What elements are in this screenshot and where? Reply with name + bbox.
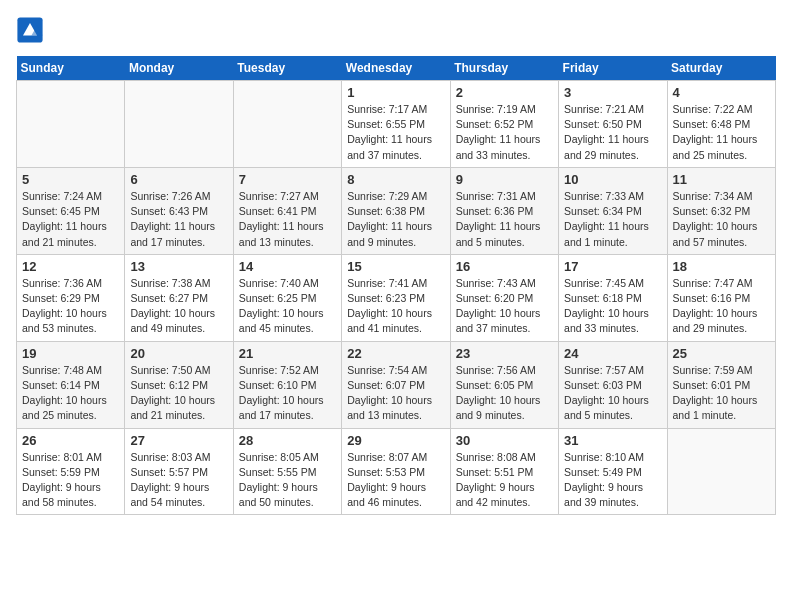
calendar-cell: 8 Sunrise: 7:29 AM Sunset: 6:38 PM Dayli… [342,167,450,254]
day-number: 25 [673,346,770,361]
day-number: 4 [673,85,770,100]
calendar-week-row: 19 Sunrise: 7:48 AM Sunset: 6:14 PM Dayl… [17,341,776,428]
calendar-cell: 22 Sunrise: 7:54 AM Sunset: 6:07 PM Dayl… [342,341,450,428]
calendar-cell: 28 Sunrise: 8:05 AM Sunset: 5:55 PM Dayl… [233,428,341,515]
day-info: Sunrise: 8:10 AM Sunset: 5:49 PM Dayligh… [564,450,661,511]
calendar-cell: 20 Sunrise: 7:50 AM Sunset: 6:12 PM Dayl… [125,341,233,428]
day-info: Sunrise: 8:07 AM Sunset: 5:53 PM Dayligh… [347,450,444,511]
calendar-cell [125,81,233,168]
calendar-cell: 15 Sunrise: 7:41 AM Sunset: 6:23 PM Dayl… [342,254,450,341]
day-header-saturday: Saturday [667,56,775,81]
calendar-cell: 12 Sunrise: 7:36 AM Sunset: 6:29 PM Dayl… [17,254,125,341]
day-info: Sunrise: 8:08 AM Sunset: 5:51 PM Dayligh… [456,450,553,511]
calendar-cell: 27 Sunrise: 8:03 AM Sunset: 5:57 PM Dayl… [125,428,233,515]
day-number: 26 [22,433,119,448]
day-info: Sunrise: 7:34 AM Sunset: 6:32 PM Dayligh… [673,189,770,250]
day-number: 27 [130,433,227,448]
day-number: 2 [456,85,553,100]
day-info: Sunrise: 7:17 AM Sunset: 6:55 PM Dayligh… [347,102,444,163]
day-number: 7 [239,172,336,187]
calendar-cell: 7 Sunrise: 7:27 AM Sunset: 6:41 PM Dayli… [233,167,341,254]
day-number: 29 [347,433,444,448]
day-info: Sunrise: 7:19 AM Sunset: 6:52 PM Dayligh… [456,102,553,163]
day-number: 19 [22,346,119,361]
day-info: Sunrise: 7:36 AM Sunset: 6:29 PM Dayligh… [22,276,119,337]
calendar-cell: 13 Sunrise: 7:38 AM Sunset: 6:27 PM Dayl… [125,254,233,341]
day-header-thursday: Thursday [450,56,558,81]
day-header-tuesday: Tuesday [233,56,341,81]
day-number: 22 [347,346,444,361]
calendar-week-row: 26 Sunrise: 8:01 AM Sunset: 5:59 PM Dayl… [17,428,776,515]
day-number: 15 [347,259,444,274]
day-info: Sunrise: 7:26 AM Sunset: 6:43 PM Dayligh… [130,189,227,250]
day-info: Sunrise: 7:24 AM Sunset: 6:45 PM Dayligh… [22,189,119,250]
calendar-cell: 2 Sunrise: 7:19 AM Sunset: 6:52 PM Dayli… [450,81,558,168]
calendar-cell: 25 Sunrise: 7:59 AM Sunset: 6:01 PM Dayl… [667,341,775,428]
day-number: 6 [130,172,227,187]
day-info: Sunrise: 7:50 AM Sunset: 6:12 PM Dayligh… [130,363,227,424]
day-number: 17 [564,259,661,274]
calendar-cell: 10 Sunrise: 7:33 AM Sunset: 6:34 PM Dayl… [559,167,667,254]
calendar-week-row: 5 Sunrise: 7:24 AM Sunset: 6:45 PM Dayli… [17,167,776,254]
calendar-cell: 17 Sunrise: 7:45 AM Sunset: 6:18 PM Dayl… [559,254,667,341]
calendar-cell: 31 Sunrise: 8:10 AM Sunset: 5:49 PM Dayl… [559,428,667,515]
logo [16,16,48,44]
day-info: Sunrise: 7:21 AM Sunset: 6:50 PM Dayligh… [564,102,661,163]
day-number: 11 [673,172,770,187]
day-info: Sunrise: 7:33 AM Sunset: 6:34 PM Dayligh… [564,189,661,250]
day-number: 31 [564,433,661,448]
day-info: Sunrise: 8:05 AM Sunset: 5:55 PM Dayligh… [239,450,336,511]
day-info: Sunrise: 7:59 AM Sunset: 6:01 PM Dayligh… [673,363,770,424]
day-number: 8 [347,172,444,187]
calendar-cell [233,81,341,168]
day-header-monday: Monday [125,56,233,81]
day-number: 28 [239,433,336,448]
day-info: Sunrise: 8:01 AM Sunset: 5:59 PM Dayligh… [22,450,119,511]
day-info: Sunrise: 7:54 AM Sunset: 6:07 PM Dayligh… [347,363,444,424]
day-number: 9 [456,172,553,187]
day-info: Sunrise: 7:57 AM Sunset: 6:03 PM Dayligh… [564,363,661,424]
day-info: Sunrise: 7:27 AM Sunset: 6:41 PM Dayligh… [239,189,336,250]
day-header-sunday: Sunday [17,56,125,81]
calendar-cell: 19 Sunrise: 7:48 AM Sunset: 6:14 PM Dayl… [17,341,125,428]
day-info: Sunrise: 7:52 AM Sunset: 6:10 PM Dayligh… [239,363,336,424]
day-number: 10 [564,172,661,187]
calendar-cell: 18 Sunrise: 7:47 AM Sunset: 6:16 PM Dayl… [667,254,775,341]
day-info: Sunrise: 7:47 AM Sunset: 6:16 PM Dayligh… [673,276,770,337]
day-info: Sunrise: 7:31 AM Sunset: 6:36 PM Dayligh… [456,189,553,250]
day-info: Sunrise: 8:03 AM Sunset: 5:57 PM Dayligh… [130,450,227,511]
calendar-cell: 9 Sunrise: 7:31 AM Sunset: 6:36 PM Dayli… [450,167,558,254]
day-number: 23 [456,346,553,361]
day-number: 21 [239,346,336,361]
calendar-cell: 3 Sunrise: 7:21 AM Sunset: 6:50 PM Dayli… [559,81,667,168]
day-info: Sunrise: 7:43 AM Sunset: 6:20 PM Dayligh… [456,276,553,337]
day-info: Sunrise: 7:22 AM Sunset: 6:48 PM Dayligh… [673,102,770,163]
day-info: Sunrise: 7:45 AM Sunset: 6:18 PM Dayligh… [564,276,661,337]
logo-icon [16,16,44,44]
calendar-cell [667,428,775,515]
day-header-wednesday: Wednesday [342,56,450,81]
day-number: 13 [130,259,227,274]
calendar-cell: 5 Sunrise: 7:24 AM Sunset: 6:45 PM Dayli… [17,167,125,254]
calendar-cell: 1 Sunrise: 7:17 AM Sunset: 6:55 PM Dayli… [342,81,450,168]
calendar-cell: 6 Sunrise: 7:26 AM Sunset: 6:43 PM Dayli… [125,167,233,254]
day-number: 16 [456,259,553,274]
day-info: Sunrise: 7:40 AM Sunset: 6:25 PM Dayligh… [239,276,336,337]
calendar-cell: 14 Sunrise: 7:40 AM Sunset: 6:25 PM Dayl… [233,254,341,341]
page-header [16,16,776,44]
calendar-cell: 21 Sunrise: 7:52 AM Sunset: 6:10 PM Dayl… [233,341,341,428]
day-number: 12 [22,259,119,274]
calendar-week-row: 12 Sunrise: 7:36 AM Sunset: 6:29 PM Dayl… [17,254,776,341]
calendar-table: SundayMondayTuesdayWednesdayThursdayFrid… [16,56,776,515]
day-number: 3 [564,85,661,100]
calendar-cell: 29 Sunrise: 8:07 AM Sunset: 5:53 PM Dayl… [342,428,450,515]
calendar-cell: 4 Sunrise: 7:22 AM Sunset: 6:48 PM Dayli… [667,81,775,168]
day-info: Sunrise: 7:38 AM Sunset: 6:27 PM Dayligh… [130,276,227,337]
day-number: 5 [22,172,119,187]
day-number: 20 [130,346,227,361]
calendar-cell: 24 Sunrise: 7:57 AM Sunset: 6:03 PM Dayl… [559,341,667,428]
day-info: Sunrise: 7:56 AM Sunset: 6:05 PM Dayligh… [456,363,553,424]
day-info: Sunrise: 7:41 AM Sunset: 6:23 PM Dayligh… [347,276,444,337]
calendar-cell: 23 Sunrise: 7:56 AM Sunset: 6:05 PM Dayl… [450,341,558,428]
day-number: 30 [456,433,553,448]
